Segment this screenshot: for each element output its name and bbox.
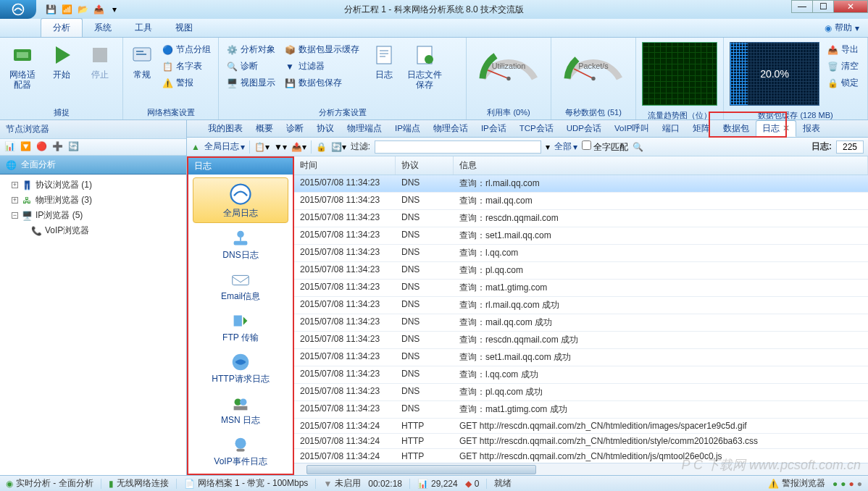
log-row[interactable]: 2015/07/08 11:34:23DNS查询：rescdn.qqmail.c…: [294, 210, 868, 227]
log-row[interactable]: 2015/07/08 11:34:23DNS查询：mat1.gtimg.com …: [294, 401, 868, 419]
tab-协议[interactable]: 协议: [310, 120, 341, 137]
tab-端口[interactable]: 端口: [656, 120, 686, 137]
help-button[interactable]: ◉帮助▾: [825, 22, 859, 34]
tree-ip[interactable]: −🖥️IP浏览器 (5): [0, 208, 186, 223]
adapter-button[interactable]: 网络适配器: [4, 41, 41, 93]
log-row[interactable]: 2015/07/08 11:34:23DNS查询：l.qq.com: [294, 245, 868, 262]
logcat-VoIP事件日志[interactable]: VoIP事件日志: [188, 431, 293, 471]
tab-报表[interactable]: 报表: [796, 120, 827, 137]
tab-概要[interactable]: 概要: [249, 120, 280, 137]
log-row[interactable]: 2015/07/08 11:34:23DNS查询：set1.mail.qq.co…: [294, 349, 868, 366]
tb-icon[interactable]: 🔴: [36, 141, 48, 153]
menutab-view[interactable]: 视图: [164, 19, 204, 37]
qat-more-icon[interactable]: ▾: [109, 4, 120, 15]
full-analysis-bar[interactable]: 🌐全面分析: [0, 156, 186, 175]
col-info[interactable]: 信息: [454, 156, 868, 175]
qat-save-icon[interactable]: 💾: [45, 4, 57, 15]
log-row[interactable]: 2015/07/08 11:34:23DNS查询：pl.qq.com 成功: [294, 384, 868, 401]
tab-日志[interactable]: 日志✕: [756, 120, 796, 137]
nametable-button[interactable]: 📋名字表: [159, 59, 214, 74]
filter-dd[interactable]: ▾: [546, 142, 550, 152]
log-row[interactable]: 2015/07/08 11:34:23DNS查询：rescdn.qqmail.c…: [294, 332, 868, 349]
log-row[interactable]: 2015/07/08 11:34:23DNS查询：rl.mail.qq.com: [294, 175, 868, 193]
normal-button[interactable]: 常规: [128, 41, 156, 83]
tb-icon[interactable]: ➕: [52, 141, 64, 153]
log-row[interactable]: 2015/07/08 11:34:24HTTPGET http://rescdn…: [294, 434, 868, 449]
alarm-button[interactable]: ⚠️警报: [159, 75, 214, 91]
col-time[interactable]: 时间: [294, 156, 396, 175]
tab-我的图表[interactable]: 我的图表: [201, 120, 249, 137]
search-icon[interactable]: 🔍: [633, 142, 643, 152]
logcat-HTTP请求日志[interactable]: HTTP请求日志: [188, 348, 293, 388]
menutab-tools[interactable]: 工具: [123, 19, 164, 37]
logcat-MSN 日志[interactable]: MSN 日志: [188, 390, 293, 429]
tab-IP会话[interactable]: IP会话: [475, 120, 513, 137]
log-row[interactable]: 2015/07/08 11:34:23DNS查询：mail.qq.com 成功: [294, 314, 868, 332]
qat-nic-icon[interactable]: 📶: [61, 4, 72, 15]
filter-input[interactable]: [375, 140, 541, 154]
maximize-button[interactable]: ☐: [812, 0, 834, 13]
tree-voip[interactable]: 📞VoIP浏览器: [0, 223, 186, 238]
clear-button[interactable]: 🗑️清空: [824, 59, 861, 74]
tab-数据包[interactable]: 数据包: [717, 120, 756, 137]
log-row[interactable]: 2015/07/08 11:34:23DNS查询：mail.qq.com: [294, 193, 868, 210]
logcat-Email信息[interactable]: Email信息: [188, 266, 293, 306]
qat-open-icon[interactable]: 📂: [77, 4, 88, 15]
log-row[interactable]: 2015/07/08 11:34:23DNS查询：set1.mail.qq.co…: [294, 227, 868, 245]
export-icon[interactable]: 📤▾: [291, 142, 306, 152]
tab-TCP会话[interactable]: TCP会话: [513, 120, 560, 137]
tab-诊断[interactable]: 诊断: [280, 120, 310, 137]
logcat-全局日志[interactable]: 全局日志: [193, 177, 288, 223]
log-row[interactable]: 2015/07/08 11:34:23DNS查询：rl.mail.qq.com …: [294, 297, 868, 314]
qat-export-icon[interactable]: 📤: [93, 4, 104, 15]
lock-icon[interactable]: 🔒: [316, 142, 327, 152]
tab-VoIP呼叫[interactable]: VoIP呼叫: [608, 120, 656, 137]
logcat-FTP 传输[interactable]: FTP 传输: [188, 307, 293, 347]
tab-UDP会话[interactable]: UDP会话: [560, 120, 608, 137]
export-button[interactable]: 📤导出: [824, 42, 861, 57]
menutab-system[interactable]: 系统: [83, 19, 123, 37]
analysis-object-button[interactable]: ⚙️分析对象: [223, 42, 278, 57]
tab-矩阵[interactable]: 矩阵: [686, 120, 717, 137]
stop-button[interactable]: 停止: [82, 41, 118, 83]
scope-select[interactable]: 全部 ▾: [554, 140, 577, 153]
diag-button[interactable]: 🔍诊断: [223, 59, 278, 74]
up-icon[interactable]: ▲: [191, 142, 200, 152]
logcat-DNS日志[interactable]: DNS日志: [188, 224, 293, 264]
nodegroup-button[interactable]: 🔵节点分组: [159, 42, 214, 57]
log-row[interactable]: 2015/07/08 11:34:23DNS查询：mat1.gtimg.com: [294, 280, 868, 297]
tree-protocol[interactable]: +👖协议浏览器 (1): [0, 177, 186, 193]
copy-icon[interactable]: 📋▾: [254, 142, 270, 152]
log-button[interactable]: 日志: [365, 41, 403, 83]
menutab-analysis[interactable]: 分析: [41, 18, 83, 37]
tb-icon[interactable]: 🔽: [20, 141, 32, 153]
col-proto[interactable]: 协议: [396, 156, 454, 175]
log-row[interactable]: 2015/07/08 11:34:24HTTPGET http://rescdn…: [294, 449, 868, 463]
tab-IP端点[interactable]: IP端点: [388, 120, 427, 137]
log-row[interactable]: 2015/07/08 11:34:23DNS查询：l.qq.com 成功: [294, 366, 868, 384]
psave-button[interactable]: 💾数据包保存: [281, 75, 362, 91]
filter-button[interactable]: ▼过滤器: [281, 59, 362, 74]
lock-button[interactable]: 🔒锁定: [824, 75, 861, 91]
viewdisplay-button[interactable]: 🖥️视图显示: [223, 75, 278, 91]
status-alarm[interactable]: ⚠️警报浏览器: [768, 477, 825, 490]
global-log-select[interactable]: 全局日志 ▾: [204, 140, 245, 153]
start-button[interactable]: 开始: [43, 41, 80, 83]
pcache-button[interactable]: 📦数据包显示缓存: [281, 42, 362, 57]
minimize-button[interactable]: —: [791, 0, 813, 13]
horizontal-scrollbar[interactable]: [294, 463, 868, 475]
close-button[interactable]: ✕: [833, 0, 868, 13]
refresh-icon[interactable]: 🔄▾: [331, 142, 346, 152]
fullmatch-checkbox[interactable]: 全字匹配: [582, 140, 628, 154]
log-rows[interactable]: 2015/07/08 11:34:23DNS查询：rl.mail.qq.com2…: [294, 175, 868, 463]
log-row[interactable]: 2015/07/08 11:34:23DNS查询：pl.qq.com: [294, 262, 868, 280]
tab-物理会话[interactable]: 物理会话: [427, 120, 475, 137]
tab-物理端点[interactable]: 物理端点: [341, 120, 388, 137]
log-row[interactable]: 2015/07/08 11:34:24HTTPGET http://rescdn…: [294, 419, 868, 434]
logsave-button[interactable]: 日志文件保存: [406, 41, 443, 93]
tb-icon[interactable]: 🔄: [68, 141, 80, 153]
tree-physical[interactable]: +🖧物理浏览器 (3): [0, 193, 186, 208]
filter-icon[interactable]: ▼▾: [274, 142, 287, 152]
tb-icon[interactable]: 📊: [4, 141, 16, 153]
tab-close-icon[interactable]: ✕: [783, 123, 790, 133]
